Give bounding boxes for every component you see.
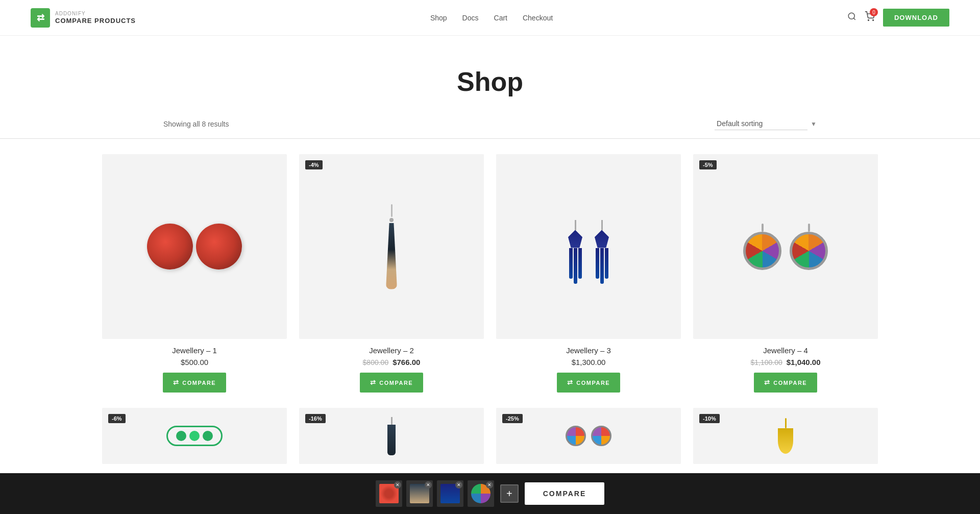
product-image-5: -6% <box>102 408 287 464</box>
search-button[interactable] <box>847 12 856 23</box>
main-nav: Shop Docs Cart Checkout <box>430 14 553 22</box>
discount-badge-6: -16% <box>305 414 326 423</box>
product-card-2: -4% Jewellery – 2 $800.00 $766.00 ⇄ COMP… <box>299 154 484 393</box>
price-display-3: $1,300.00 <box>572 358 606 366</box>
compare-bar-item-4: ✕ <box>468 480 494 507</box>
logo-product: COMPARE PRODUCTS <box>55 17 136 25</box>
compare-bar-remove-1[interactable]: ✕ <box>394 481 401 488</box>
product-card-8: -10% <box>693 408 878 471</box>
product-card-5: -6% <box>102 408 287 471</box>
product-image-7: -25% <box>496 408 681 464</box>
discount-badge-4: -5% <box>699 160 717 169</box>
shop-toolbar: Showing all 8 results Default sorting So… <box>0 117 980 139</box>
product-card-7: -25% <box>496 408 681 471</box>
compare-bar-item-3: ✕ <box>437 480 463 507</box>
product-image-8: -10% <box>693 408 878 464</box>
compare-button-3[interactable]: ⇄ COMPARE <box>557 373 620 393</box>
search-icon <box>847 12 856 21</box>
product-price-4: $1,100.00 $1,040.00 <box>750 358 820 366</box>
product-image-2: -4% <box>299 154 484 339</box>
product-name-3: Jewellery – 3 <box>566 346 611 355</box>
nav-checkout[interactable]: Checkout <box>523 14 553 22</box>
product-price-2: $800.00 $766.00 <box>363 358 421 366</box>
compare-bar-item-2: ✕ <box>406 480 433 507</box>
product-image-3 <box>496 154 681 339</box>
sort-wrapper: Default sorting Sort by popularity Sort … <box>715 117 817 130</box>
compare-bar: ✕ ✕ ✕ ✕ + COMPARE <box>0 473 980 514</box>
product-image-6: -16% <box>299 408 484 464</box>
compare-icon-1: ⇄ <box>173 379 180 386</box>
products-row2: -6% -16% -25% <box>0 408 980 471</box>
price-original-2: $800.00 <box>363 358 389 366</box>
compare-button-4[interactable]: ⇄ COMPARE <box>754 373 817 393</box>
sort-chevron-icon: ▼ <box>811 120 817 128</box>
site-header: ⇄ ADDONIFY COMPARE PRODUCTS Shop Docs Ca… <box>0 0 980 36</box>
product-price-1: $500.00 <box>181 358 208 366</box>
logo[interactable]: ⇄ ADDONIFY COMPARE PRODUCTS <box>31 8 136 28</box>
nav-docs[interactable]: Docs <box>462 14 479 22</box>
logo-text: ADDONIFY COMPARE PRODUCTS <box>55 11 136 25</box>
svg-line-1 <box>853 18 855 19</box>
product-price-3: $1,300.00 <box>572 358 606 366</box>
download-button[interactable]: DOWNLOAD <box>883 9 949 27</box>
compare-bar-compare-button[interactable]: COMPARE <box>525 482 605 505</box>
sort-select[interactable]: Default sorting Sort by popularity Sort … <box>715 117 807 130</box>
products-grid: Jewellery – 1 $500.00 ⇄ COMPARE -4% Jewe… <box>0 154 980 393</box>
compare-icon-4: ⇄ <box>764 379 771 386</box>
product-image-4: -5% <box>693 154 878 339</box>
page-title-section: Shop <box>0 36 980 117</box>
compare-button-1[interactable]: ⇄ COMPARE <box>163 373 226 393</box>
header-actions: 0 DOWNLOAD <box>847 9 949 27</box>
compare-bar-items: ✕ ✕ ✕ ✕ <box>376 480 494 507</box>
discount-badge-7: -25% <box>502 414 523 423</box>
cart-button[interactable]: 0 <box>865 11 875 24</box>
product-image-1 <box>102 154 287 339</box>
product-name-1: Jewellery – 1 <box>172 346 217 355</box>
svg-point-3 <box>873 20 874 21</box>
compare-icon-2: ⇄ <box>370 379 377 386</box>
product-card-1: Jewellery – 1 $500.00 ⇄ COMPARE <box>102 154 287 393</box>
product-card-4: -5% Jewellery – 4 $1,100.00 $1,040.00 ⇄ … <box>693 154 878 393</box>
nav-shop[interactable]: Shop <box>430 14 447 22</box>
compare-bar-add-button[interactable]: + <box>500 484 519 503</box>
results-count: Showing all 8 results <box>163 120 229 128</box>
cart-badge: 0 <box>870 8 878 16</box>
product-name-2: Jewellery – 2 <box>369 346 414 355</box>
product-card-3: Jewellery – 3 $1,300.00 ⇄ COMPARE <box>496 154 681 393</box>
svg-point-0 <box>848 13 854 19</box>
logo-icon: ⇄ <box>31 8 50 28</box>
svg-point-2 <box>868 20 869 21</box>
page-title: Shop <box>0 66 980 97</box>
compare-button-2[interactable]: ⇄ COMPARE <box>360 373 423 393</box>
discount-badge-2: -4% <box>305 160 323 169</box>
compare-bar-remove-3[interactable]: ✕ <box>455 481 462 488</box>
product-card-6: -16% <box>299 408 484 471</box>
logo-brand: ADDONIFY <box>55 11 136 17</box>
compare-bar-item-1: ✕ <box>376 480 402 507</box>
discount-badge-8: -10% <box>699 414 720 423</box>
price-original-4: $1,100.00 <box>750 358 782 366</box>
compare-bar-remove-4[interactable]: ✕ <box>486 481 493 488</box>
nav-cart[interactable]: Cart <box>494 14 507 22</box>
discount-badge-5: -6% <box>108 414 126 423</box>
price-sale-2: $766.00 <box>393 358 420 366</box>
compare-bar-remove-2[interactable]: ✕ <box>425 481 432 488</box>
product-name-4: Jewellery – 4 <box>763 346 808 355</box>
price-sale-4: $1,040.00 <box>787 358 821 366</box>
price-display-1: $500.00 <box>181 358 208 366</box>
compare-icon-3: ⇄ <box>567 379 574 386</box>
